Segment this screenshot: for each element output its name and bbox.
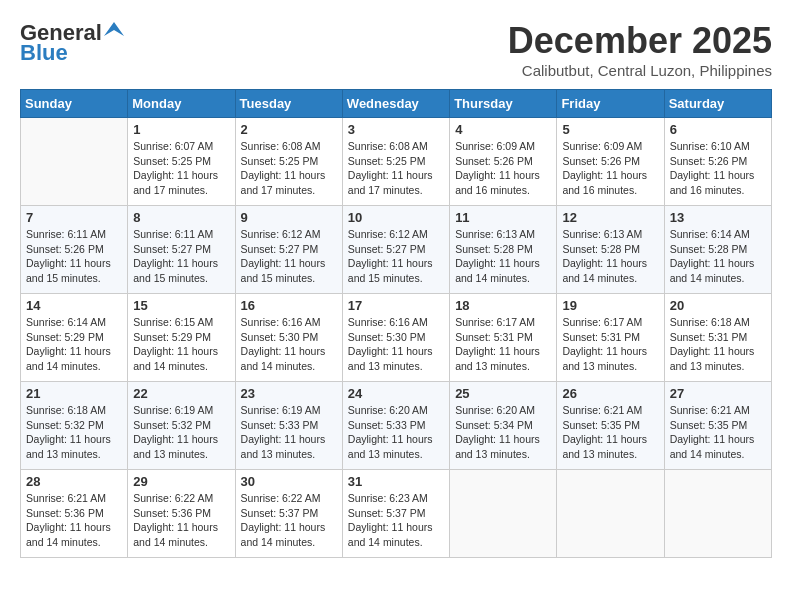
day-info: Sunrise: 6:12 AM Sunset: 5:27 PM Dayligh… xyxy=(241,227,337,286)
calendar-cell: 5Sunrise: 6:09 AM Sunset: 5:26 PM Daylig… xyxy=(557,118,664,206)
day-number: 23 xyxy=(241,386,337,401)
day-info: Sunrise: 6:14 AM Sunset: 5:28 PM Dayligh… xyxy=(670,227,766,286)
day-number: 29 xyxy=(133,474,229,489)
day-number: 9 xyxy=(241,210,337,225)
day-number: 20 xyxy=(670,298,766,313)
day-number: 5 xyxy=(562,122,658,137)
calendar-cell: 23Sunrise: 6:19 AM Sunset: 5:33 PM Dayli… xyxy=(235,382,342,470)
day-info: Sunrise: 6:23 AM Sunset: 5:37 PM Dayligh… xyxy=(348,491,444,550)
calendar-cell: 13Sunrise: 6:14 AM Sunset: 5:28 PM Dayli… xyxy=(664,206,771,294)
page-header: General Blue December 2025 Calibutbut, C… xyxy=(20,20,772,79)
calendar-cell: 10Sunrise: 6:12 AM Sunset: 5:27 PM Dayli… xyxy=(342,206,449,294)
day-number: 8 xyxy=(133,210,229,225)
calendar-cell: 16Sunrise: 6:16 AM Sunset: 5:30 PM Dayli… xyxy=(235,294,342,382)
day-number: 25 xyxy=(455,386,551,401)
day-info: Sunrise: 6:09 AM Sunset: 5:26 PM Dayligh… xyxy=(455,139,551,198)
day-info: Sunrise: 6:18 AM Sunset: 5:31 PM Dayligh… xyxy=(670,315,766,374)
day-number: 14 xyxy=(26,298,122,313)
day-info: Sunrise: 6:20 AM Sunset: 5:34 PM Dayligh… xyxy=(455,403,551,462)
calendar-cell: 26Sunrise: 6:21 AM Sunset: 5:35 PM Dayli… xyxy=(557,382,664,470)
day-number: 6 xyxy=(670,122,766,137)
day-info: Sunrise: 6:21 AM Sunset: 5:35 PM Dayligh… xyxy=(670,403,766,462)
day-number: 7 xyxy=(26,210,122,225)
day-info: Sunrise: 6:16 AM Sunset: 5:30 PM Dayligh… xyxy=(241,315,337,374)
calendar-cell: 7Sunrise: 6:11 AM Sunset: 5:26 PM Daylig… xyxy=(21,206,128,294)
calendar-cell: 31Sunrise: 6:23 AM Sunset: 5:37 PM Dayli… xyxy=(342,470,449,558)
day-info: Sunrise: 6:17 AM Sunset: 5:31 PM Dayligh… xyxy=(455,315,551,374)
day-info: Sunrise: 6:12 AM Sunset: 5:27 PM Dayligh… xyxy=(348,227,444,286)
day-number: 16 xyxy=(241,298,337,313)
calendar-cell: 4Sunrise: 6:09 AM Sunset: 5:26 PM Daylig… xyxy=(450,118,557,206)
calendar-cell: 8Sunrise: 6:11 AM Sunset: 5:27 PM Daylig… xyxy=(128,206,235,294)
day-number: 31 xyxy=(348,474,444,489)
calendar-cell: 24Sunrise: 6:20 AM Sunset: 5:33 PM Dayli… xyxy=(342,382,449,470)
calendar-cell: 22Sunrise: 6:19 AM Sunset: 5:32 PM Dayli… xyxy=(128,382,235,470)
logo-blue: Blue xyxy=(20,40,68,66)
calendar-cell: 12Sunrise: 6:13 AM Sunset: 5:28 PM Dayli… xyxy=(557,206,664,294)
day-info: Sunrise: 6:19 AM Sunset: 5:32 PM Dayligh… xyxy=(133,403,229,462)
day-number: 26 xyxy=(562,386,658,401)
day-info: Sunrise: 6:08 AM Sunset: 5:25 PM Dayligh… xyxy=(348,139,444,198)
day-info: Sunrise: 6:20 AM Sunset: 5:33 PM Dayligh… xyxy=(348,403,444,462)
weekday-header-tuesday: Tuesday xyxy=(235,90,342,118)
day-number: 13 xyxy=(670,210,766,225)
week-row-1: 1Sunrise: 6:07 AM Sunset: 5:25 PM Daylig… xyxy=(21,118,772,206)
calendar-cell xyxy=(557,470,664,558)
logo-bird-icon xyxy=(104,22,124,36)
day-number: 4 xyxy=(455,122,551,137)
day-number: 1 xyxy=(133,122,229,137)
day-info: Sunrise: 6:18 AM Sunset: 5:32 PM Dayligh… xyxy=(26,403,122,462)
calendar-cell xyxy=(450,470,557,558)
calendar-cell: 28Sunrise: 6:21 AM Sunset: 5:36 PM Dayli… xyxy=(21,470,128,558)
day-info: Sunrise: 6:11 AM Sunset: 5:26 PM Dayligh… xyxy=(26,227,122,286)
weekday-header-sunday: Sunday xyxy=(21,90,128,118)
svg-marker-0 xyxy=(104,22,124,36)
day-number: 11 xyxy=(455,210,551,225)
day-number: 17 xyxy=(348,298,444,313)
weekday-header-wednesday: Wednesday xyxy=(342,90,449,118)
calendar-table: SundayMondayTuesdayWednesdayThursdayFrid… xyxy=(20,89,772,558)
day-number: 19 xyxy=(562,298,658,313)
day-number: 18 xyxy=(455,298,551,313)
day-info: Sunrise: 6:15 AM Sunset: 5:29 PM Dayligh… xyxy=(133,315,229,374)
logo: General Blue xyxy=(20,20,124,66)
day-number: 24 xyxy=(348,386,444,401)
day-info: Sunrise: 6:07 AM Sunset: 5:25 PM Dayligh… xyxy=(133,139,229,198)
calendar-cell: 17Sunrise: 6:16 AM Sunset: 5:30 PM Dayli… xyxy=(342,294,449,382)
day-number: 27 xyxy=(670,386,766,401)
calendar-cell: 15Sunrise: 6:15 AM Sunset: 5:29 PM Dayli… xyxy=(128,294,235,382)
day-info: Sunrise: 6:09 AM Sunset: 5:26 PM Dayligh… xyxy=(562,139,658,198)
day-info: Sunrise: 6:13 AM Sunset: 5:28 PM Dayligh… xyxy=(562,227,658,286)
day-number: 12 xyxy=(562,210,658,225)
calendar-cell: 29Sunrise: 6:22 AM Sunset: 5:36 PM Dayli… xyxy=(128,470,235,558)
calendar-cell: 25Sunrise: 6:20 AM Sunset: 5:34 PM Dayli… xyxy=(450,382,557,470)
calendar-cell: 1Sunrise: 6:07 AM Sunset: 5:25 PM Daylig… xyxy=(128,118,235,206)
day-info: Sunrise: 6:08 AM Sunset: 5:25 PM Dayligh… xyxy=(241,139,337,198)
calendar-cell: 20Sunrise: 6:18 AM Sunset: 5:31 PM Dayli… xyxy=(664,294,771,382)
day-number: 2 xyxy=(241,122,337,137)
day-info: Sunrise: 6:13 AM Sunset: 5:28 PM Dayligh… xyxy=(455,227,551,286)
day-number: 21 xyxy=(26,386,122,401)
day-number: 28 xyxy=(26,474,122,489)
day-info: Sunrise: 6:14 AM Sunset: 5:29 PM Dayligh… xyxy=(26,315,122,374)
location-subtitle: Calibutbut, Central Luzon, Philippines xyxy=(508,62,772,79)
calendar-cell: 2Sunrise: 6:08 AM Sunset: 5:25 PM Daylig… xyxy=(235,118,342,206)
calendar-cell: 6Sunrise: 6:10 AM Sunset: 5:26 PM Daylig… xyxy=(664,118,771,206)
weekday-header-saturday: Saturday xyxy=(664,90,771,118)
weekday-header-row: SundayMondayTuesdayWednesdayThursdayFrid… xyxy=(21,90,772,118)
day-info: Sunrise: 6:10 AM Sunset: 5:26 PM Dayligh… xyxy=(670,139,766,198)
day-info: Sunrise: 6:11 AM Sunset: 5:27 PM Dayligh… xyxy=(133,227,229,286)
day-info: Sunrise: 6:21 AM Sunset: 5:36 PM Dayligh… xyxy=(26,491,122,550)
day-info: Sunrise: 6:22 AM Sunset: 5:36 PM Dayligh… xyxy=(133,491,229,550)
calendar-cell: 19Sunrise: 6:17 AM Sunset: 5:31 PM Dayli… xyxy=(557,294,664,382)
calendar-cell: 9Sunrise: 6:12 AM Sunset: 5:27 PM Daylig… xyxy=(235,206,342,294)
week-row-2: 7Sunrise: 6:11 AM Sunset: 5:26 PM Daylig… xyxy=(21,206,772,294)
day-number: 15 xyxy=(133,298,229,313)
calendar-cell: 27Sunrise: 6:21 AM Sunset: 5:35 PM Dayli… xyxy=(664,382,771,470)
day-info: Sunrise: 6:22 AM Sunset: 5:37 PM Dayligh… xyxy=(241,491,337,550)
weekday-header-monday: Monday xyxy=(128,90,235,118)
week-row-4: 21Sunrise: 6:18 AM Sunset: 5:32 PM Dayli… xyxy=(21,382,772,470)
calendar-cell: 14Sunrise: 6:14 AM Sunset: 5:29 PM Dayli… xyxy=(21,294,128,382)
day-info: Sunrise: 6:16 AM Sunset: 5:30 PM Dayligh… xyxy=(348,315,444,374)
calendar-cell xyxy=(664,470,771,558)
